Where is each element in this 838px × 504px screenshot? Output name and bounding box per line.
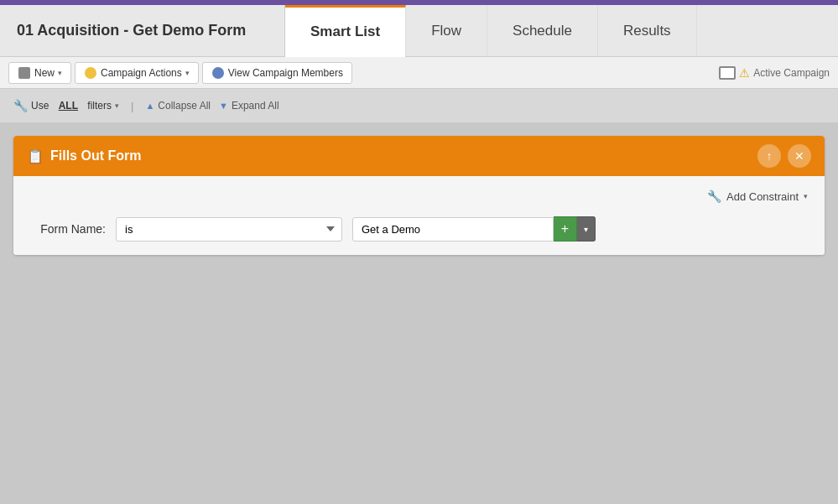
filter-card: 📋 Fills Out Form ↑ ✕ 🔧 Add Constraint ▾ … (13, 136, 825, 255)
value-dropdown-button[interactable]: ▾ (577, 216, 596, 242)
campaign-title: 01 Acquisition - Get Demo Form (0, 5, 285, 56)
filter-card-header: 📋 Fills Out Form ↑ ✕ (13, 136, 825, 176)
add-constraint-button[interactable]: 🔧 Add Constraint ▾ (707, 190, 808, 203)
close-button[interactable]: ✕ (788, 144, 811, 168)
campaign-title-text: 01 Acquisition - Get Demo Form (17, 22, 246, 39)
use-all-filters-button[interactable]: 🔧 Use ALL filters ▾ (13, 99, 119, 112)
all-label: ALL (59, 100, 78, 112)
tab-results[interactable]: Results (598, 5, 697, 56)
active-campaign-label: Active Campaign (753, 67, 830, 79)
value-container: Get a Demo + ▾ (352, 216, 596, 242)
members-icon (211, 66, 225, 80)
add-constraint-label: Add Constraint (726, 190, 799, 203)
filter-divider: | (131, 100, 133, 112)
new-dropdown-arrow: ▾ (58, 69, 62, 77)
filter-icon: 🔧 (13, 99, 28, 112)
filters-label: filters (87, 100, 112, 112)
constraint-row: Form Name: is is not Get a Demo + ▾ (30, 216, 808, 242)
filter-card-title-text: Fills Out Form (50, 148, 141, 164)
expand-icon: ▼ (219, 101, 228, 111)
filter-card-title: 📋 Fills Out Form (27, 148, 141, 164)
new-icon (18, 66, 31, 80)
bulb-icon (84, 66, 97, 80)
toolbar: New ▾ Campaign Actions ▾ View Campaign M… (0, 57, 838, 89)
new-button[interactable]: New ▾ (8, 62, 71, 84)
window-icon[interactable] (719, 66, 736, 80)
add-constraint-dropdown-arrow: ▾ (804, 192, 808, 200)
filter-card-actions: ↑ ✕ (757, 144, 811, 168)
tab-flow[interactable]: Flow (406, 5, 487, 56)
expand-all-label: Expand All (232, 100, 279, 112)
warning-icon: ⚠ (739, 66, 750, 80)
new-label: New (34, 67, 55, 79)
move-up-button[interactable]: ↑ (757, 144, 781, 168)
collapse-icon: ▲ (145, 101, 154, 111)
value-add-button[interactable]: + (554, 216, 577, 242)
view-campaign-members-button[interactable]: View Campaign Members (202, 62, 352, 84)
operator-select[interactable]: is is not (116, 217, 342, 242)
filters-dropdown-arrow: ▾ (115, 101, 119, 110)
add-constraint-row: 🔧 Add Constraint ▾ (30, 190, 808, 203)
filter-card-body: 🔧 Add Constraint ▾ Form Name: is is not … (13, 176, 825, 255)
constraint-label: Form Name: (30, 222, 106, 236)
constraint-value: Get a Demo (352, 217, 554, 242)
filter-bar: 🔧 Use ALL filters ▾ | ▲ Collapse All ▼ E… (0, 89, 838, 122)
expand-all-button[interactable]: ▼ Expand All (219, 100, 279, 112)
collapse-all-label: Collapse All (158, 100, 211, 112)
campaign-actions-button[interactable]: Campaign Actions ▾ (75, 62, 199, 84)
add-constraint-icon: 🔧 (707, 190, 721, 203)
main-content: 📋 Fills Out Form ↑ ✕ 🔧 Add Constraint ▾ … (0, 122, 838, 504)
use-label: Use (31, 100, 49, 112)
tab-schedule[interactable]: Schedule (487, 5, 598, 56)
active-campaign-badge: ⚠ Active Campaign (739, 66, 830, 80)
campaign-actions-label: Campaign Actions (101, 67, 182, 79)
tabs-container: Smart List Flow Schedule Results (285, 5, 697, 56)
tab-smart-list[interactable]: Smart List (285, 5, 406, 56)
campaign-actions-dropdown-arrow: ▾ (185, 69, 190, 77)
tab-bar: 01 Acquisition - Get Demo Form Smart Lis… (0, 5, 838, 57)
collapse-all-button[interactable]: ▲ Collapse All (145, 100, 211, 112)
form-icon: 📋 (27, 148, 44, 164)
view-campaign-members-label: View Campaign Members (228, 67, 343, 79)
